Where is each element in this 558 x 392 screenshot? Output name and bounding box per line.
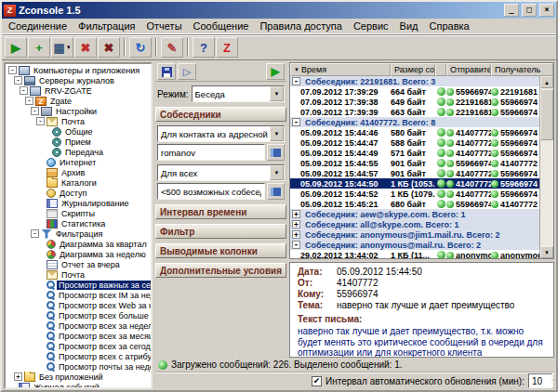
expand-icon[interactable]: +: [14, 372, 22, 381]
contact-input-2[interactable]: [157, 183, 265, 200]
tree-item[interactable]: +Без приложений: [6, 372, 151, 382]
zgate-button[interactable]: Z: [216, 37, 238, 58]
message-row[interactable]: 05.09.2012 15:44:57901 байт4140777255966…: [290, 168, 539, 178]
tree-item[interactable]: Доступ: [6, 188, 151, 198]
spin-up-button[interactable]: ▲: [552, 373, 554, 381]
message-row[interactable]: 05.09.2012 15:44:501 КБ (1053...41407772…: [290, 178, 539, 189]
tree-item[interactable]: Просмотр всех IM за неделю: [6, 290, 151, 300]
tree-item[interactable]: Архив: [6, 167, 151, 177]
address-book-button-2[interactable]: [267, 183, 285, 200]
message-row[interactable]: 05.09.2012 15:44:47588 байт4140777255966…: [290, 137, 539, 148]
chevron-down-icon[interactable]: ▼: [270, 126, 284, 141]
collapse-icon[interactable]: -: [36, 117, 45, 125]
tree-item[interactable]: Просмотр всех за сегодня: [6, 341, 151, 351]
scroll-down-button[interactable]: ▼: [540, 246, 553, 258]
add-computer-button[interactable]: +: [28, 37, 50, 58]
tree-item[interactable]: Просмотр почты за неделю: [6, 361, 151, 372]
title-bar[interactable]: Z Zconsole 1.5 _ □ ×: [2, 2, 556, 19]
message-row[interactable]: 05.09.2012 15:44:49571 байт4140777255966…: [290, 148, 539, 158]
contact-source-select-2[interactable]: Для всех ▼: [157, 164, 285, 181]
tree-item[interactable]: Диаграмма за неделю: [6, 249, 151, 259]
tree-item[interactable]: Скрипты: [6, 208, 151, 218]
conversation-group-header[interactable]: +Собеседник: all@skype.com. Всего: 1: [290, 219, 539, 229]
contact-input-1[interactable]: [157, 144, 265, 161]
tree-item[interactable]: Отчет за вчера: [6, 259, 151, 269]
execute-query-button[interactable]: ▶: [266, 63, 285, 80]
collapse-icon[interactable]: -: [25, 97, 33, 105]
menu-item[interactable]: Вид: [394, 20, 424, 33]
section-filter[interactable]: Фильтр: [155, 224, 286, 239]
tree-item[interactable]: -Серверы журналов: [6, 75, 151, 85]
section-output-columns[interactable]: Выводимые колонки: [155, 243, 286, 258]
expand-icon[interactable]: +: [292, 210, 300, 218]
collapse-icon[interactable]: -: [31, 229, 39, 238]
connect-button[interactable]: ▶: [5, 37, 27, 58]
tree-item[interactable]: Диаграмма за квартал: [6, 239, 151, 249]
interval-value[interactable]: 10: [528, 373, 552, 388]
tree-item[interactable]: Просмотр всех за месяц: [6, 331, 151, 341]
scroll-up-button[interactable]: ▲: [540, 76, 553, 88]
conversation-group-header[interactable]: -Собеседник: 22191681. Всего: 3: [290, 76, 539, 86]
section-time-interval[interactable]: Интервал времени: [155, 204, 286, 219]
expand-icon[interactable]: +: [292, 220, 300, 229]
tree-item[interactable]: Передача: [6, 147, 151, 157]
message-row[interactable]: 29.02.2012 13:44:021 КБ (11...anonymous.…: [290, 250, 539, 258]
collapse-icon[interactable]: -: [292, 241, 300, 249]
tree-item[interactable]: Каталоги: [6, 177, 151, 188]
column-header-sender[interactable]: Отправитель: [446, 63, 491, 76]
tree-item[interactable]: Статистика: [6, 218, 151, 229]
contact-source-select-1[interactable]: Для контакта из адресной книги ▼: [157, 125, 285, 142]
tree-item[interactable]: Прием: [6, 137, 151, 147]
tree-item[interactable]: Общие: [6, 126, 151, 137]
collapse-icon[interactable]: -: [8, 66, 17, 74]
disconnect-button[interactable]: ✖: [74, 37, 97, 58]
address-book-button-1[interactable]: [267, 144, 285, 161]
remove-computer-button[interactable]: ✖: [98, 37, 120, 58]
message-row[interactable]: 05.09.2012 15:45:21680 байт5596697441407…: [290, 199, 539, 209]
conversation-group-header[interactable]: +Собеседник: aew@skype.com. Всего: 1: [290, 209, 539, 219]
conversation-group-header[interactable]: -Собеседник: anonymous@mail.ru. Всего: 2: [290, 240, 539, 250]
tree-item[interactable]: -Настройки: [6, 106, 151, 116]
tree-item[interactable]: Почта: [6, 269, 151, 280]
mode-select[interactable]: Беседа ▼: [192, 85, 285, 102]
conversation-group-header[interactable]: +Собеседник: anonymous@jim1.mail.ru. Все…: [290, 229, 539, 240]
scroll-track[interactable]: [540, 140, 553, 246]
expand-icon[interactable]: +: [292, 230, 300, 239]
section-interlocutors[interactable]: Собеседники: [155, 107, 286, 122]
tree-item[interactable]: Просмотр всех Web за неделю: [6, 300, 151, 310]
minimize-button[interactable]: _: [504, 4, 519, 17]
tree-item[interactable]: -RRV-ZGATE: [6, 85, 151, 96]
tree-item[interactable]: Просмотр всех больше 10 Мб: [6, 310, 151, 320]
message-row[interactable]: 07.09.2012 17:39:38649 байт2219168155966…: [290, 97, 539, 107]
load-query-button[interactable]: ▷: [178, 63, 196, 80]
collapse-icon[interactable]: -: [20, 86, 28, 95]
tree-item[interactable]: -Zgate: [6, 96, 151, 106]
tree-item[interactable]: Просмотр важных за сегодня: [6, 280, 151, 290]
collapse-icon[interactable]: -: [14, 76, 22, 85]
tree-item[interactable]: -Почта: [6, 116, 151, 126]
spin-down-button[interactable]: ▼: [552, 381, 554, 388]
menu-item[interactable]: Фильтрация: [73, 20, 140, 33]
maximize-button[interactable]: □: [522, 4, 537, 17]
message-row[interactable]: 07.09.2012 17:39:29664 байт5596697422191…: [290, 86, 539, 97]
menu-item[interactable]: Сервис: [348, 20, 394, 33]
grid-scrollbar[interactable]: ▲ ▼: [539, 76, 553, 258]
message-row[interactable]: 05.09.2012 15:44:521 КБ (1079...41407772…: [290, 189, 539, 199]
column-header-time[interactable]: ▼Время: [290, 63, 391, 76]
tree-item[interactable]: -Компьютеры и приложения: [6, 65, 151, 75]
menu-item[interactable]: Правила доступа: [254, 20, 348, 33]
scroll-thumb[interactable]: [540, 89, 553, 140]
chevron-down-icon[interactable]: ▼: [270, 165, 284, 180]
message-row[interactable]: 07.09.2012 17:39:39663 байт2219168155966…: [290, 107, 539, 117]
tree-item[interactable]: Журнал событий: [6, 382, 151, 389]
edit-message-button[interactable]: ✎: [161, 37, 183, 58]
menu-item[interactable]: Справка: [424, 20, 475, 33]
tree-item[interactable]: Интернет: [6, 157, 151, 167]
message-row[interactable]: 05.09.2012 15:44:55901 байт5596697441407…: [290, 158, 539, 168]
section-extra-conditions[interactable]: Дополнительные условия: [155, 263, 286, 278]
conversation-group-header[interactable]: -Собеседник: 41407772. Всего: 8: [290, 117, 539, 127]
auto-update-checkbox[interactable]: [312, 376, 322, 386]
message-row[interactable]: 05.09.2012 15:44:46580 байт4140777255966…: [290, 127, 539, 137]
tree-item[interactable]: Журналирование: [6, 198, 151, 208]
computer-list-button[interactable]: ▦▼: [51, 37, 73, 58]
